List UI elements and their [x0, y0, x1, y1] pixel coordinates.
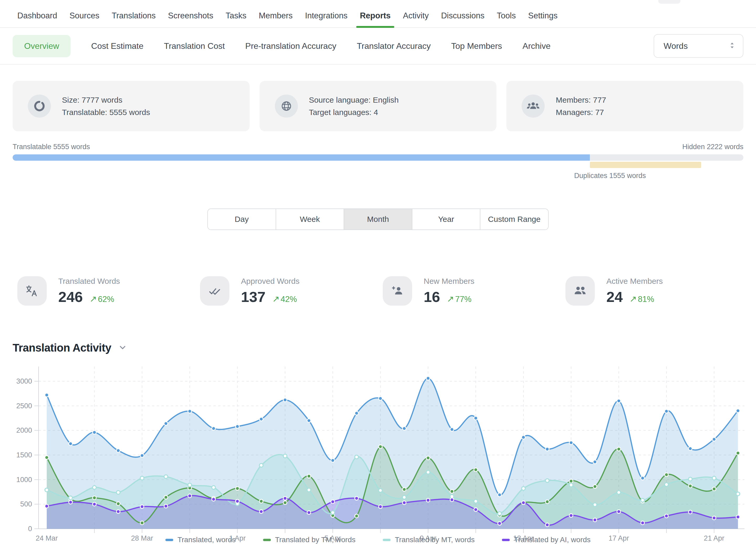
series-translated-by-mt-words-point[interactable] — [93, 486, 96, 489]
series-translated-by-ai-words-point[interactable] — [69, 500, 72, 504]
nav-item-tasks[interactable]: Tasks — [225, 11, 246, 27]
series-translated-by-ai-words-point[interactable] — [331, 500, 335, 504]
series-translated-by-tm-words-point[interactable] — [426, 456, 430, 460]
series-translated-words-point[interactable] — [307, 419, 311, 422]
series-translated-by-mt-words-point[interactable] — [283, 454, 287, 458]
series-translated-words-point[interactable] — [617, 399, 621, 403]
series-translated-by-tm-words-point[interactable] — [283, 501, 287, 505]
series-translated-by-mt-words-point[interactable] — [45, 488, 49, 492]
series-translated-by-tm-words-point[interactable] — [116, 502, 120, 506]
nav-item-sources[interactable]: Sources — [70, 11, 99, 27]
report-tab-top-members[interactable]: Top Members — [451, 41, 502, 51]
series-translated-by-tm-words-point[interactable] — [712, 487, 716, 491]
range-tab-month[interactable]: Month — [344, 209, 412, 229]
series-translated-words-point[interactable] — [45, 393, 49, 397]
series-translated-words-point[interactable] — [474, 416, 477, 420]
series-translated-by-ai-words-point[interactable] — [593, 518, 597, 522]
series-translated-by-mt-words-point[interactable] — [164, 475, 168, 478]
report-tab-pre-translation-accuracy[interactable]: Pre-translation Accuracy — [245, 41, 336, 51]
series-translated-words-point[interactable] — [355, 411, 358, 415]
unit-select[interactable]: Words — [654, 34, 743, 58]
series-translated-by-ai-words-point[interactable] — [45, 504, 49, 508]
nav-item-dashboard[interactable]: Dashboard — [17, 11, 57, 27]
series-translated-by-ai-words-point[interactable] — [116, 510, 120, 513]
series-translated-words-point[interactable] — [331, 459, 335, 462]
series-translated-by-ai-words-point[interactable] — [474, 508, 477, 511]
nav-item-reports[interactable]: Reports — [360, 11, 391, 27]
series-translated-by-ai-words-point[interactable] — [736, 515, 740, 519]
series-translated-by-tm-words-point[interactable] — [569, 479, 573, 483]
series-translated-words-point[interactable] — [402, 427, 406, 430]
series-translated-by-tm-words-point[interactable] — [593, 485, 597, 488]
series-translated-by-mt-words-point[interactable] — [355, 455, 358, 459]
series-translated-by-tm-words-point[interactable] — [450, 490, 454, 493]
series-translated-by-ai-words-point[interactable] — [522, 501, 525, 505]
nav-item-activity[interactable]: Activity — [403, 11, 429, 27]
series-translated-words-point[interactable] — [116, 449, 120, 452]
series-translated-by-ai-words-point[interactable] — [569, 514, 573, 517]
series-translated-by-ai-words-point[interactable] — [641, 521, 644, 525]
series-translated-words-point[interactable] — [259, 417, 263, 421]
series-translated-by-ai-words-point[interactable] — [450, 498, 454, 502]
partial-toolbar-button[interactable] — [658, 0, 680, 4]
series-translated-words-point[interactable] — [498, 493, 501, 497]
series-translated-by-tm-words-point[interactable] — [164, 495, 168, 499]
legend-item-translated-by-mt-words[interactable]: Translated by MT, words — [383, 536, 475, 544]
series-translated-by-tm-words-point[interactable] — [689, 484, 692, 488]
series-translated-by-ai-words-point[interactable] — [259, 510, 263, 513]
series-translated-words-point[interactable] — [93, 431, 96, 434]
series-translated-words-point[interactable] — [426, 377, 430, 380]
series-translated-words-point[interactable] — [379, 397, 382, 400]
series-translated-words-point[interactable] — [712, 437, 716, 441]
series-translated-by-mt-words-point[interactable] — [402, 495, 406, 499]
series-translated-by-mt-words-point[interactable] — [116, 490, 120, 494]
nav-item-screenshots[interactable]: Screenshots — [168, 11, 213, 27]
series-translated-words-point[interactable] — [569, 441, 573, 445]
series-translated-words-point[interactable] — [593, 460, 597, 464]
series-translated-by-tm-words-point[interactable] — [355, 514, 358, 518]
legend-item-translated-by-ai-words[interactable]: Translated by AI, words — [502, 536, 591, 544]
series-translated-by-ai-words-point[interactable] — [379, 505, 382, 509]
series-translated-by-ai-words-point[interactable] — [689, 510, 692, 514]
series-translated-words-point[interactable] — [689, 447, 692, 451]
series-translated-by-tm-words-point[interactable] — [665, 473, 668, 477]
series-translated-by-mt-words-point[interactable] — [712, 476, 716, 480]
series-translated-by-ai-words-point[interactable] — [665, 514, 668, 518]
series-translated-words-point[interactable] — [736, 409, 740, 412]
nav-item-settings[interactable]: Settings — [528, 11, 558, 27]
series-translated-by-ai-words-point[interactable] — [498, 521, 501, 525]
report-tab-cost-estimate[interactable]: Cost Estimate — [91, 41, 143, 51]
range-tab-day[interactable]: Day — [208, 209, 276, 229]
series-translated-by-tm-words-point[interactable] — [617, 447, 621, 451]
series-translated-by-ai-words-point[interactable] — [283, 496, 287, 500]
series-translated-by-mt-words-point[interactable] — [593, 503, 597, 506]
series-translated-by-tm-words-point[interactable] — [379, 445, 382, 448]
series-translated-by-mt-words-point[interactable] — [665, 483, 668, 486]
series-translated-by-mt-words-point[interactable] — [140, 476, 144, 480]
series-translated-by-ai-words-point[interactable] — [93, 502, 96, 506]
series-translated-by-mt-words-point[interactable] — [641, 498, 644, 502]
series-translated-words-point[interactable] — [69, 442, 72, 446]
legend-item-translated-words[interactable]: Translated, words — [165, 536, 236, 544]
range-tab-year[interactable]: Year — [412, 209, 481, 229]
series-translated-words-point[interactable] — [545, 447, 549, 451]
series-translated-by-tm-words-point[interactable] — [402, 488, 406, 491]
series-translated-by-ai-words-point[interactable] — [188, 494, 192, 498]
series-translated-by-ai-words-point[interactable] — [212, 498, 216, 501]
series-translated-by-ai-words-point[interactable] — [307, 511, 311, 514]
series-translated-by-mt-words-point[interactable] — [379, 489, 382, 492]
nav-item-translations[interactable]: Translations — [112, 11, 156, 27]
series-translated-by-mt-words-point[interactable] — [331, 511, 335, 514]
report-tab-archive[interactable]: Archive — [523, 41, 551, 51]
series-translated-by-ai-words-point[interactable] — [235, 499, 239, 503]
nav-item-integrations[interactable]: Integrations — [305, 11, 348, 27]
series-translated-by-mt-words-point[interactable] — [426, 470, 430, 474]
series-translated-words-point[interactable] — [665, 409, 668, 413]
report-tab-overview[interactable]: Overview — [13, 35, 71, 57]
series-translated-by-ai-words-point[interactable] — [140, 505, 144, 509]
range-tab-custom-range[interactable]: Custom Range — [480, 209, 548, 229]
series-translated-by-mt-words-point[interactable] — [545, 479, 549, 482]
series-translated-words-point[interactable] — [235, 425, 239, 428]
series-translated-by-ai-words-point[interactable] — [617, 510, 621, 513]
series-translated-by-tm-words-point[interactable] — [736, 451, 740, 455]
